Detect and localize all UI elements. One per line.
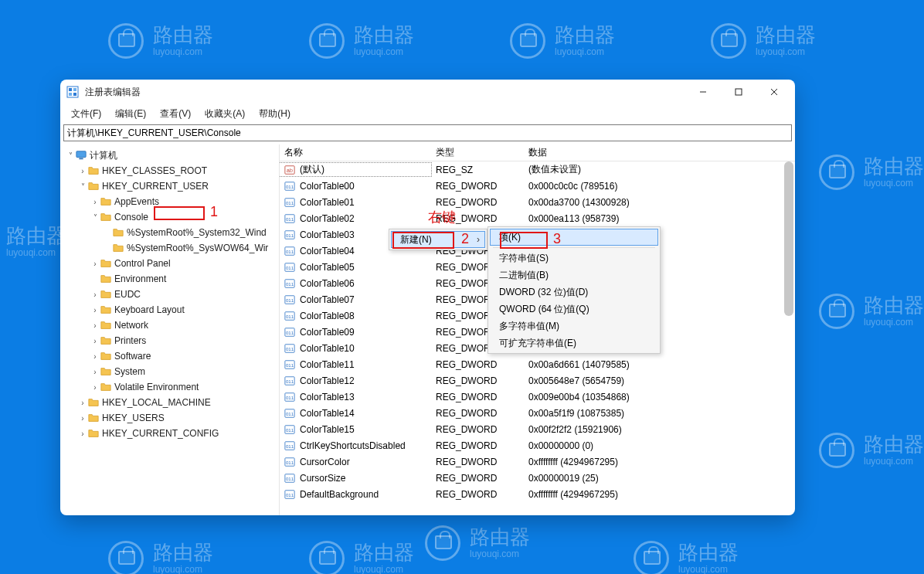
value-type: REG_DWORD <box>431 359 524 370</box>
binary-value-icon: 011 <box>284 408 295 419</box>
binary-value-icon: 011 <box>284 327 295 338</box>
tree-keyboard[interactable]: ›Keyboard Layout <box>60 302 279 318</box>
tree-appevents[interactable]: ›AppEvents <box>60 194 279 209</box>
binary-value-icon: 011 <box>284 262 295 273</box>
list-row[interactable]: 011ColorTable02REG_DWORD0x000ea113 (9587… <box>280 210 795 226</box>
menu-file[interactable]: 文件(F) <box>65 106 107 122</box>
tree-console-child1[interactable]: %SystemRoot%_System32_Wind <box>60 225 279 240</box>
binary-value-icon: 011 <box>284 489 295 500</box>
binary-value-icon: 011 <box>284 181 295 192</box>
value-name: ColorTable03 <box>300 229 355 240</box>
list-row[interactable]: 011ColorTable13REG_DWORD0x009e00b4 (1035… <box>280 389 795 405</box>
value-name: ColorTable08 <box>300 311 355 321</box>
binary-value-icon: 011 <box>284 457 295 467</box>
svg-text:011: 011 <box>286 280 294 286</box>
minimize-button[interactable] <box>685 80 721 104</box>
value-name: ColorTable11 <box>300 359 355 370</box>
sub-multi[interactable]: 多字符串值(M) <box>490 318 658 335</box>
tree-eudc[interactable]: ›EUDC <box>60 287 279 302</box>
list-row[interactable]: 011DefaultBackgroundREG_DWORD0xffffffff … <box>280 486 795 502</box>
svg-text:011: 011 <box>286 394 294 399</box>
tree-software[interactable]: ›Software <box>60 348 279 364</box>
tree-system[interactable]: ›System <box>60 364 279 379</box>
value-type: REG_DWORD <box>431 440 524 451</box>
address-bar[interactable]: 计算机\HKEY_CURRENT_USER\Console <box>63 124 792 141</box>
close-button[interactable] <box>756 80 792 104</box>
tree-printers[interactable]: ›Printers <box>60 333 279 348</box>
value-data: 0x00000019 (25) <box>524 473 795 484</box>
svg-rect-2 <box>73 88 76 91</box>
svg-text:011: 011 <box>286 199 294 205</box>
col-data[interactable]: 数据 <box>524 144 795 161</box>
svg-text:011: 011 <box>286 264 294 270</box>
list-row[interactable]: 011ColorTable01REG_DWORD0x00da3700 (1430… <box>280 194 795 210</box>
binary-value-icon: 011 <box>284 278 295 289</box>
tree-hkcr[interactable]: ›HKEY_CLASSES_ROOT <box>60 163 279 178</box>
list-row[interactable]: ab(默认)REG_SZ(数值未设置) <box>280 161 795 178</box>
value-data: 0x000c0c0c (789516) <box>524 181 795 192</box>
value-name: ColorTable02 <box>300 213 355 224</box>
binary-value-icon: 011 <box>284 359 295 370</box>
tree-volatile[interactable]: ›Volatile Environment <box>60 379 279 395</box>
tree-network[interactable]: ›Network <box>60 318 279 333</box>
binary-value-icon: 011 <box>284 294 295 305</box>
menu-help[interactable]: 帮助(H) <box>253 106 297 122</box>
menu-edit[interactable]: 编辑(E) <box>109 106 152 122</box>
value-name: ColorTable07 <box>300 294 355 305</box>
sub-binary[interactable]: 二进制值(B) <box>490 267 658 284</box>
svg-text:011: 011 <box>286 491 294 497</box>
binary-value-icon: 011 <box>284 375 295 386</box>
tree-environment[interactable]: Environment <box>60 271 279 287</box>
value-name: CtrlKeyShortcutsDisabled <box>300 440 406 451</box>
values-pane[interactable]: 名称 类型 数据 ab(默认)REG_SZ(数值未设置)011ColorTabl… <box>280 144 795 515</box>
col-type[interactable]: 类型 <box>431 144 524 161</box>
tree-hkcu[interactable]: ˅HKEY_CURRENT_USER <box>60 178 279 194</box>
list-row[interactable]: 011ColorTable11REG_DWORD0x00a6d661 (1407… <box>280 356 795 372</box>
tree-console-child2[interactable]: %SystemRoot%_SysWOW64_Wir <box>60 240 279 256</box>
chevron-right-icon: › <box>477 234 480 245</box>
value-data: 0x00a5f1f9 (10875385) <box>524 408 795 419</box>
maximize-button[interactable] <box>721 80 756 104</box>
value-data: 0x00da3700 (14300928) <box>524 197 795 208</box>
menu-favorites[interactable]: 收藏夹(A) <box>199 106 251 122</box>
tree-controlpanel[interactable]: ›Control Panel <box>60 256 279 271</box>
binary-value-icon: 011 <box>284 229 295 240</box>
list-row[interactable]: 011CursorColorREG_DWORD0xffffffff (42949… <box>280 453 795 470</box>
value-name: ColorTable15 <box>300 424 355 435</box>
list-row[interactable]: 011ColorTable14REG_DWORD0x00a5f1f9 (1087… <box>280 405 795 421</box>
list-row[interactable]: 011CursorSizeREG_DWORD0x00000019 (25) <box>280 470 795 486</box>
menu-view[interactable]: 查看(V) <box>154 106 197 122</box>
sub-key[interactable]: 项(K) <box>490 229 658 246</box>
ctx-new[interactable]: 新建(N)› <box>391 231 485 248</box>
tree-hkcc[interactable]: ›HKEY_CURRENT_CONFIG <box>60 426 279 441</box>
sub-qword[interactable]: QWORD (64 位)值(Q) <box>490 301 658 318</box>
tree-hklm[interactable]: ›HKEY_LOCAL_MACHINE <box>60 395 279 410</box>
value-name: ColorTable04 <box>300 246 355 256</box>
value-type: REG_DWORD <box>431 213 524 224</box>
value-type: REG_DWORD <box>431 489 524 500</box>
sub-string[interactable]: 字符串值(S) <box>490 250 658 267</box>
list-row[interactable]: 011ColorTable15REG_DWORD0x00f2f2f2 (1592… <box>280 421 795 437</box>
svg-text:011: 011 <box>286 313 294 318</box>
sub-dword[interactable]: DWORD (32 位)值(D) <box>490 284 658 301</box>
list-row[interactable]: 011ColorTable12REG_DWORD0x005648e7 (5654… <box>280 372 795 389</box>
list-row[interactable]: 011CtrlKeyShortcutsDisabledREG_DWORD0x00… <box>280 437 795 453</box>
value-name: CursorSize <box>300 473 345 484</box>
value-data: 0xffffffff (4294967295) <box>524 457 795 467</box>
list-row[interactable]: 011ColorTable00REG_DWORD0x000c0c0c (7895… <box>280 178 795 194</box>
value-name: ColorTable01 <box>300 197 355 208</box>
svg-text:011: 011 <box>286 216 294 221</box>
sub-expand[interactable]: 可扩充字符串值(E) <box>490 335 658 352</box>
tree-root[interactable]: ˅计算机 <box>60 148 279 163</box>
value-data: 0x005648e7 (5654759) <box>524 375 795 386</box>
value-name: ColorTable13 <box>300 392 355 402</box>
value-type: REG_DWORD <box>431 473 524 484</box>
tree-pane[interactable]: ˅计算机 ›HKEY_CLASSES_ROOT ˅HKEY_CURRENT_US… <box>60 144 280 515</box>
col-name[interactable]: 名称 <box>280 144 431 161</box>
value-name: ColorTable12 <box>300 375 355 386</box>
tree-console[interactable]: ˅Console <box>60 209 279 225</box>
value-name: CursorColor <box>300 457 350 467</box>
tree-hku[interactable]: ›HKEY_USERS <box>60 410 279 426</box>
scrollbar[interactable] <box>784 161 793 316</box>
binary-value-icon: 011 <box>284 213 295 224</box>
